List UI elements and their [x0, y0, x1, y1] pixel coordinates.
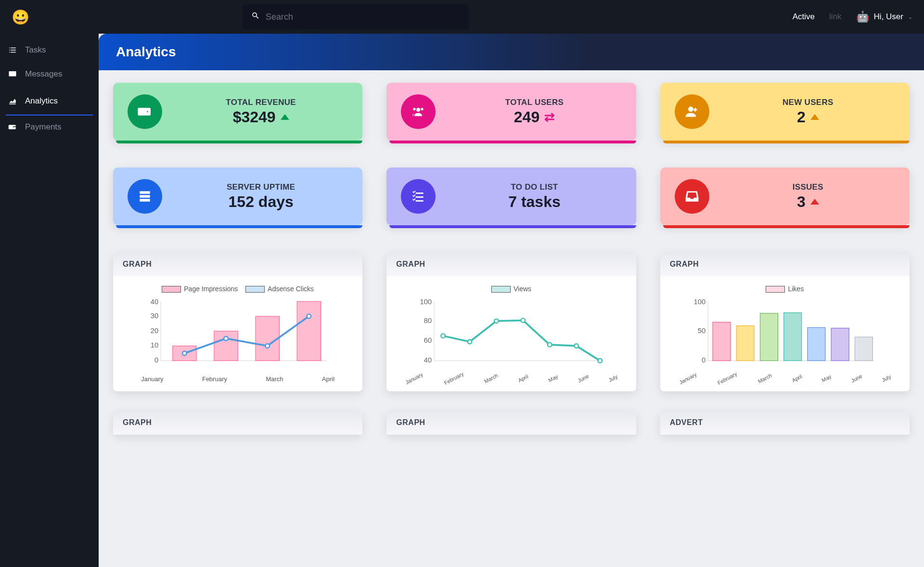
graph-card-4: GRAPH	[113, 411, 362, 435]
card-body: Views 40 60 80 100	[386, 276, 636, 390]
swap-icon: ⇄	[544, 110, 555, 125]
trend-up-icon	[810, 199, 819, 205]
wallet-icon	[128, 94, 162, 129]
graph-card-2: GRAPH Views 40 60 80 100	[386, 252, 636, 391]
svg-rect-39	[855, 337, 873, 361]
svg-text:30: 30	[151, 312, 158, 320]
svg-point-22	[468, 340, 472, 344]
svg-rect-10	[297, 302, 321, 361]
stat-value: 2	[797, 108, 819, 126]
stat-title: SERVER UPTIME	[174, 182, 348, 192]
svg-point-11	[182, 351, 187, 356]
tasks-icon	[8, 46, 17, 54]
chart-legend: Views	[395, 285, 627, 293]
graph-card-1: GRAPH Page Impressions Adsense Clicks 0 …	[113, 252, 362, 391]
server-icon	[128, 179, 162, 214]
svg-text:40: 40	[424, 356, 432, 364]
stat-title: TOTAL REVENUE	[174, 98, 348, 107]
sidebar-item-analytics[interactable]: Analytics	[6, 90, 93, 116]
sidebar-item-label: Messages	[25, 69, 62, 79]
svg-point-12	[224, 336, 228, 341]
graph-row-1: GRAPH Page Impressions Adsense Clicks 0 …	[113, 252, 910, 391]
stat-value: 7 tasks	[508, 193, 561, 211]
svg-point-25	[548, 343, 552, 347]
chart-legend: Likes	[669, 285, 901, 293]
svg-rect-36	[783, 313, 801, 361]
svg-point-27	[598, 359, 603, 363]
stat-issues[interactable]: ISSUES 3	[660, 168, 910, 225]
svg-text:0: 0	[154, 356, 158, 364]
legend-item: Views	[491, 285, 531, 293]
stat-server-uptime[interactable]: SERVER UPTIME 152 days	[113, 168, 362, 225]
search-icon	[251, 12, 260, 23]
user-menu[interactable]: 🤖 Hi, User ⌄	[856, 11, 912, 23]
stat-title: ISSUES	[721, 182, 895, 192]
card-title: GRAPH	[113, 252, 362, 276]
sidebar-item-messages[interactable]: Messages	[0, 63, 99, 87]
svg-rect-33	[713, 322, 731, 361]
x-axis-labels: January February March April May June Ju…	[669, 375, 901, 381]
legend-item: Page Impressions	[162, 285, 238, 293]
topbar: 😀 Active link 🤖 Hi, User ⌄	[0, 0, 924, 34]
svg-text:50: 50	[697, 327, 705, 335]
main: Analytics TOTAL REVENUE $3249	[99, 0, 924, 567]
stat-title: TO DO LIST	[447, 182, 621, 192]
nav-link[interactable]: link	[829, 12, 842, 22]
search-wrap	[243, 4, 469, 29]
stat-row-2: SERVER UPTIME 152 days TO DO LIST 7 task…	[113, 168, 910, 225]
line-chart: 40 60 80 100	[395, 296, 627, 373]
bar-chart: 0 50 100	[669, 296, 901, 373]
sidebar-item-payments[interactable]: Payments	[0, 116, 99, 140]
user-greeting: Hi, User	[874, 12, 903, 22]
nav-active[interactable]: Active	[793, 12, 815, 22]
stat-todo[interactable]: TO DO LIST 7 tasks	[386, 168, 636, 225]
legend-item: Likes	[766, 285, 804, 293]
svg-text:60: 60	[424, 337, 432, 345]
card-title: GRAPH	[386, 411, 636, 435]
logo: 😀	[12, 9, 31, 26]
content: TOTAL REVENUE $3249 TOTAL USERS 249⇄	[99, 70, 924, 474]
stat-total-revenue[interactable]: TOTAL REVENUE $3249	[113, 83, 362, 141]
user-plus-icon	[675, 94, 709, 129]
stat-new-users[interactable]: NEW USERS 2	[660, 83, 910, 141]
trend-up-icon	[281, 114, 289, 120]
card-title: GRAPH	[386, 252, 636, 276]
search-input[interactable]	[243, 4, 469, 29]
card-title: GRAPH	[660, 252, 910, 276]
stat-value: $3249	[233, 108, 289, 126]
trend-up-icon	[810, 114, 819, 120]
stat-total-users[interactable]: TOTAL USERS 249⇄	[386, 83, 636, 141]
users-icon	[401, 94, 436, 129]
graph-card-3: GRAPH Likes 0 50 100	[660, 252, 910, 391]
topbar-right: Active link 🤖 Hi, User ⌄	[793, 11, 912, 23]
bar-line-chart: 0 10 20 30 40	[122, 296, 354, 373]
svg-text:0: 0	[702, 356, 706, 364]
chart-legend: Page Impressions Adsense Clicks	[122, 285, 354, 293]
svg-rect-35	[760, 313, 778, 361]
svg-point-23	[494, 319, 499, 323]
chart-area-icon	[8, 97, 17, 105]
chevron-down-icon: ⌄	[908, 14, 912, 20]
svg-text:40: 40	[151, 298, 158, 306]
stat-value: 152 days	[229, 193, 294, 211]
page-title: Analytics	[116, 44, 907, 60]
svg-text:100: 100	[693, 298, 706, 306]
stat-title: NEW USERS	[721, 98, 895, 107]
sidebar-item-label: Payments	[25, 122, 62, 132]
inbox-icon	[675, 179, 709, 214]
sidebar: Tasks Messages Analytics Payments	[0, 0, 99, 567]
stat-value: 249⇄	[514, 108, 555, 126]
sidebar-item-tasks[interactable]: Tasks	[0, 39, 99, 63]
page-header: Analytics	[99, 34, 924, 70]
envelope-icon	[8, 70, 17, 78]
wallet-icon	[8, 123, 17, 131]
sidebar-item-label: Analytics	[25, 96, 58, 106]
svg-point-24	[521, 319, 526, 323]
svg-point-14	[307, 314, 311, 319]
card-body: Page Impressions Adsense Clicks 0 10 20 …	[113, 276, 362, 391]
svg-point-21	[441, 334, 446, 338]
svg-rect-34	[736, 326, 754, 361]
card-body: Likes 0 50 100	[660, 276, 910, 390]
list-check-icon	[401, 179, 436, 214]
x-axis-labels: JanuaryFebruaryMarchApril	[122, 375, 354, 383]
